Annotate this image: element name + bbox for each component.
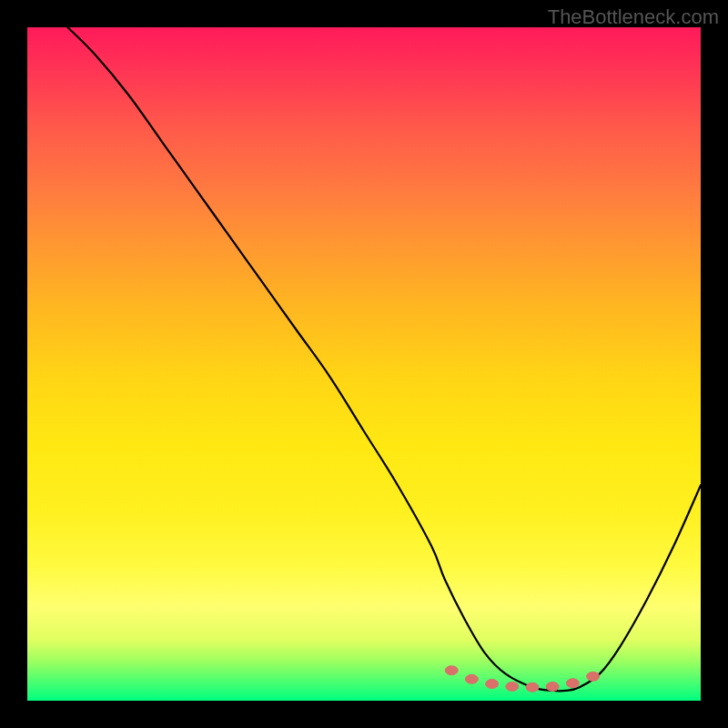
sweet-spot-marker: [506, 682, 519, 691]
sweet-spot-marker: [587, 672, 600, 681]
sweet-spot-marker: [526, 682, 539, 692]
chart-svg: [27, 27, 701, 701]
chart-plot-area: [27, 27, 701, 701]
sweet-spot-marker: [445, 666, 458, 675]
sweet-spot-marker: [465, 674, 478, 683]
watermark-text: TheBottleneck.com: [548, 5, 719, 29]
bottleneck-curve: [67, 27, 701, 691]
sweet-spot-marker: [486, 680, 499, 689]
sweet-spot-marker: [566, 679, 579, 688]
sweet-spot-marker: [546, 682, 559, 691]
